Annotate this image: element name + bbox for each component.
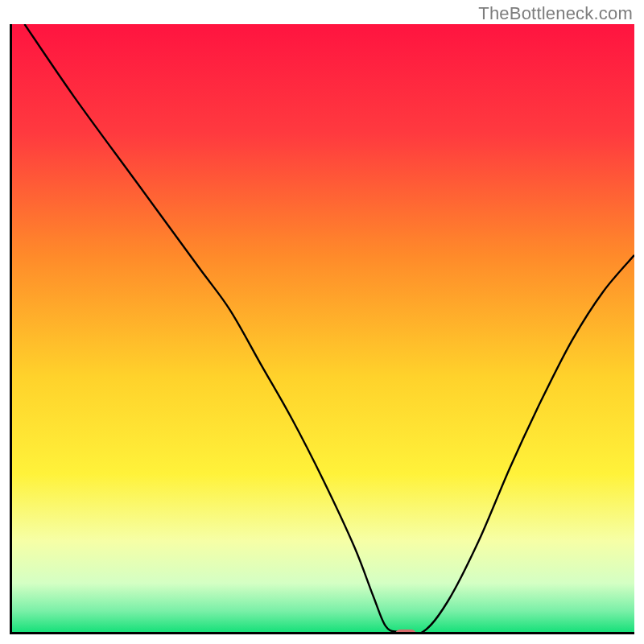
plot-area [10, 24, 634, 634]
watermark-text: TheBottleneck.com [478, 3, 633, 24]
curve-path [24, 24, 634, 632]
bottleneck-curve [12, 24, 634, 632]
optimum-marker [395, 630, 416, 634]
chart-frame: TheBottleneck.com [0, 0, 644, 644]
